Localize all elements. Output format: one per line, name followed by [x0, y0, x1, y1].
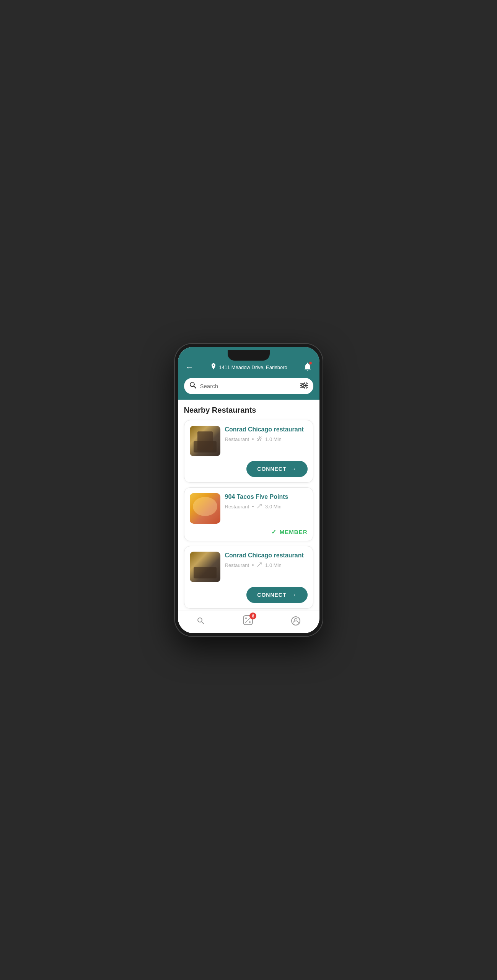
restaurant-distance-3: 1.0 Min	[265, 562, 282, 568]
restaurant-card-3: Conrad Chicago restaurant Restaurant 1.0…	[184, 546, 313, 609]
restaurant-image-2	[190, 493, 220, 524]
restaurant-card: Conrad Chicago restaurant Restaurant 1.0…	[184, 420, 313, 483]
search-bar[interactable]	[184, 378, 313, 394]
back-button[interactable]: ←	[186, 363, 194, 372]
restaurant-card-2: 904 Tacos Five Points Restaurant 3.0 Min	[184, 487, 313, 541]
nav-icon-1	[257, 436, 262, 443]
restaurant-type-2: Restaurant	[225, 504, 249, 510]
card-bottom-3: CONNECT →	[190, 587, 308, 603]
card-top-3: Conrad Chicago restaurant Restaurant 1.0…	[190, 552, 308, 582]
restaurant-distance-1: 1.0 Min	[265, 436, 282, 442]
restaurant-image-1	[190, 426, 220, 456]
connect-button-3[interactable]: CONNECT →	[246, 587, 307, 603]
nav-search[interactable]	[196, 616, 205, 626]
phone-frame: ← 1411 Meadow Drive, Earlsboro	[174, 343, 323, 637]
search-icon	[189, 382, 196, 390]
location-icon	[210, 363, 217, 372]
content-area: Nearby Restaurants Conrad Chicago restau…	[178, 400, 319, 611]
restaurant-distance-2: 3.0 Min	[265, 504, 282, 510]
svg-point-7	[245, 617, 247, 619]
card-bottom-2: ✓ MEMBER	[190, 528, 308, 536]
meta-dot-1	[252, 438, 254, 440]
filter-icon[interactable]	[300, 382, 308, 390]
restaurant-name-3: Conrad Chicago restaurant	[225, 552, 308, 560]
member-badge: ✓ MEMBER	[271, 528, 308, 536]
card-info-2: 904 Tacos Five Points Restaurant 3.0 Min	[225, 493, 308, 510]
svg-point-3	[305, 382, 307, 384]
card-bottom-1: CONNECT →	[190, 461, 308, 477]
connect-arrow-1: →	[290, 466, 297, 472]
restaurant-name-1: Conrad Chicago restaurant	[225, 426, 308, 434]
meta-dot-3	[252, 564, 254, 566]
nav-icon-3	[257, 562, 262, 568]
svg-point-8	[249, 621, 251, 623]
connect-label-1: CONNECT	[257, 466, 286, 472]
card-top: Conrad Chicago restaurant Restaurant 1.0…	[190, 426, 308, 456]
notch	[228, 350, 270, 361]
connect-label-3: CONNECT	[257, 592, 286, 598]
member-check-icon: ✓	[271, 528, 277, 536]
nav-offers[interactable]: 8	[243, 615, 253, 627]
phone-inner: ← 1411 Meadow Drive, Earlsboro	[178, 347, 319, 633]
card-info-1: Conrad Chicago restaurant Restaurant 1.0…	[225, 426, 308, 443]
offers-badge: 8	[249, 612, 256, 619]
meta-dot-2	[252, 506, 254, 507]
member-label: MEMBER	[280, 529, 308, 535]
restaurant-name-2: 904 Tacos Five Points	[225, 493, 308, 501]
connect-button-1[interactable]: CONNECT →	[246, 461, 307, 477]
location-bar[interactable]: 1411 Meadow Drive, Earlsboro	[210, 363, 287, 372]
nav-icon-2	[257, 503, 262, 510]
notification-dot	[309, 361, 312, 365]
card-info-3: Conrad Chicago restaurant Restaurant 1.0…	[225, 552, 308, 568]
search-container	[178, 378, 319, 400]
restaurant-meta-3: Restaurant 1.0 Min	[225, 562, 308, 568]
nav-profile[interactable]	[291, 616, 301, 626]
connect-arrow-3: →	[290, 591, 297, 598]
restaurant-type-1: Restaurant	[225, 436, 249, 442]
restaurant-meta-2: Restaurant 3.0 Min	[225, 503, 308, 510]
restaurant-meta-1: Restaurant 1.0 Min	[225, 436, 308, 443]
search-input[interactable]	[200, 383, 297, 389]
bottom-nav: 8	[178, 611, 319, 633]
restaurant-type-3: Restaurant	[225, 562, 249, 568]
section-title: Nearby Restaurants	[184, 406, 313, 415]
svg-point-4	[301, 384, 304, 387]
notification-bell[interactable]	[304, 362, 311, 372]
svg-point-5	[305, 387, 307, 389]
card-top-2: 904 Tacos Five Points Restaurant 3.0 Min	[190, 493, 308, 524]
location-text: 1411 Meadow Drive, Earlsboro	[219, 364, 287, 370]
restaurant-image-3	[190, 552, 220, 582]
